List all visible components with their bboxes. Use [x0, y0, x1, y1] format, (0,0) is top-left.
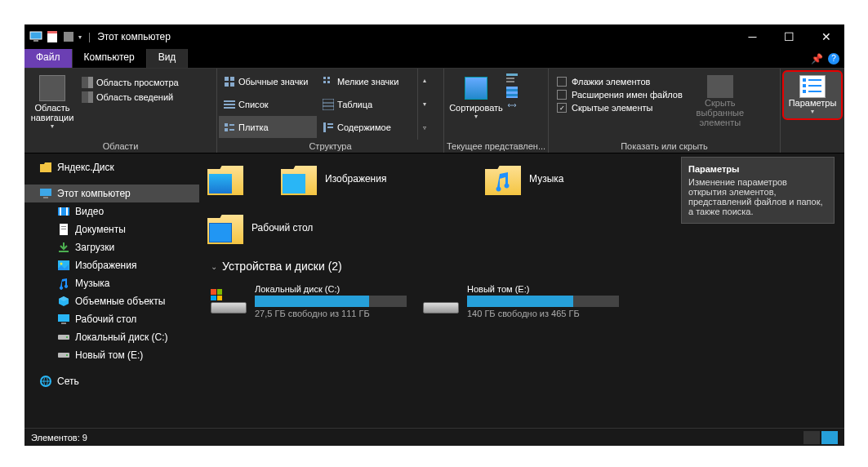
svg-rect-17 — [224, 100, 235, 102]
tab-view[interactable]: Вид — [147, 49, 189, 68]
tree-3d-objects[interactable]: Объемные объекты — [24, 292, 199, 310]
details-pane-icon — [82, 91, 93, 103]
svg-rect-36 — [60, 207, 61, 216]
layout-tiles[interactable]: Плитка — [219, 116, 317, 138]
drive-name: Новый том (E:) — [467, 284, 619, 294]
layout-regular-icons[interactable]: Обычные значки — [219, 70, 317, 92]
disk-icon — [57, 331, 70, 344]
hide-selected-button[interactable]: Скрыть выбранные элементы — [688, 72, 753, 136]
tab-file[interactable]: Файл — [24, 49, 73, 68]
qat-dropdown[interactable]: ▾ — [78, 33, 82, 41]
minimize-button[interactable]: ─ — [734, 24, 771, 49]
size-columns-button[interactable] — [506, 100, 518, 111]
downloads-icon — [57, 241, 70, 254]
tree-yandex-disk[interactable]: Яндекс.Диск — [24, 158, 199, 176]
tree-network[interactable]: Сеть — [24, 372, 199, 390]
svg-rect-33 — [40, 189, 51, 196]
maximize-button[interactable]: ☐ — [771, 24, 808, 49]
drive-free-text: 140 ГБ свободно из 465 ГБ — [467, 309, 619, 318]
network-icon — [39, 375, 52, 388]
svg-rect-47 — [66, 336, 68, 338]
folder-tile-music[interactable]: Музыка — [485, 158, 673, 199]
tree-videos[interactable]: Видео — [24, 202, 199, 220]
layout-scroller: ▴ ▾ ▿ — [417, 69, 430, 140]
folder-tile-pictures[interactable]: Изображения — [281, 158, 469, 199]
properties-icon[interactable] — [46, 30, 59, 43]
layout-list[interactable]: Список — [219, 93, 317, 115]
tree-this-pc[interactable]: Этот компьютер — [24, 185, 199, 202]
svg-rect-23 — [225, 123, 228, 127]
tiles-view-button[interactable] — [821, 431, 838, 444]
nav-tree[interactable]: Яндекс.Диск Этот компьютер Видео Докумен… — [24, 153, 199, 428]
hide-selected-label: Скрыть выбранные элементы — [688, 98, 753, 127]
tree-music[interactable]: Музыка — [24, 274, 199, 292]
layout-more[interactable]: ▿ — [418, 116, 430, 140]
window-title: Этот компьютер — [97, 31, 171, 42]
content-pane[interactable]: Изображения Музыка Об Рабочий стол ⌄ Уст… — [199, 153, 844, 428]
folder-tile-desktop[interactable]: Рабочий стол — [207, 207, 395, 248]
chevron-down-icon: ▾ — [811, 108, 814, 115]
preview-pane-toggle[interactable]: Область просмотра — [82, 77, 179, 88]
drive-usage-bar — [255, 296, 407, 307]
group-by-button[interactable] — [506, 73, 518, 85]
videos-icon — [57, 205, 70, 218]
help-icon[interactable]: ? — [828, 53, 839, 64]
svg-rect-12 — [230, 82, 234, 87]
add-columns-button[interactable] — [506, 87, 518, 98]
close-button[interactable]: ✕ — [808, 24, 844, 49]
tree-downloads[interactable]: Загрузки — [24, 238, 199, 256]
svg-rect-19 — [224, 107, 235, 109]
checkbox-icon — [557, 77, 567, 87]
svg-rect-15 — [323, 81, 326, 83]
svg-rect-8 — [88, 91, 93, 103]
qat-icon[interactable] — [62, 30, 75, 43]
file-ext-toggle[interactable]: Расширения имен файлов — [557, 90, 683, 100]
details-pane-toggle[interactable]: Область сведений — [82, 91, 179, 103]
pictures-icon — [57, 259, 70, 272]
svg-rect-4 — [64, 32, 73, 42]
folder-icon — [207, 162, 243, 195]
item-checkboxes-toggle[interactable]: Флажки элементов — [557, 77, 683, 87]
options-button[interactable]: Параметры ▾ — [782, 70, 843, 120]
drive-tile-e[interactable]: Новый том (E:) 140 ГБ свободно из 465 ГБ — [423, 284, 619, 318]
desktop-icon — [57, 313, 70, 326]
nav-pane-label: Область навигации — [28, 103, 77, 122]
chevron-down-icon: ⌄ — [211, 262, 217, 271]
drive-tile-c[interactable]: Локальный диск (C:) 27,5 ГБ свободно из … — [211, 284, 407, 318]
folder-tile[interactable] — [207, 158, 265, 199]
explorer-window: ▾ | Этот компьютер ─ ☐ ✕ Файл Компьютер … — [24, 24, 844, 446]
medium-icons-icon — [224, 76, 235, 87]
panes-group-label: Области — [24, 140, 216, 153]
layout-down[interactable]: ▾ — [418, 92, 430, 116]
sort-button[interactable]: Сортировать▾ — [447, 72, 505, 136]
layout-up[interactable]: ▴ — [418, 69, 430, 92]
music-icon — [57, 277, 70, 290]
preview-pane-icon — [82, 77, 93, 88]
svg-rect-18 — [224, 104, 235, 105]
tree-pictures[interactable]: Изображения — [24, 256, 199, 274]
pin-icon[interactable]: 📌 — [811, 53, 823, 64]
drive-icon — [211, 284, 247, 314]
chevron-down-icon: ▾ — [474, 113, 478, 120]
navigation-pane-button[interactable]: Область навигации ▾ — [28, 72, 77, 136]
tree-desktop[interactable]: Рабочий стол — [24, 310, 199, 328]
layout-table[interactable]: Таблица — [318, 93, 416, 115]
svg-rect-10 — [230, 77, 234, 81]
layout-small-icons[interactable]: Мелкие значки — [318, 70, 416, 92]
window-controls: ─ ☐ ✕ — [734, 24, 844, 49]
svg-rect-26 — [229, 129, 234, 131]
svg-rect-40 — [61, 229, 66, 229]
tree-volume-e[interactable]: Новый том (E:) — [24, 346, 199, 364]
devices-section-header[interactable]: ⌄ Устройства и диски (2) — [199, 253, 844, 279]
show-hide-group-label: Показать или скрыть — [549, 140, 780, 153]
svg-rect-6 — [88, 77, 93, 88]
tab-computer[interactable]: Компьютер — [73, 49, 147, 68]
hidden-items-toggle[interactable]: ✓Скрытые элементы — [557, 103, 683, 113]
details-view-button[interactable] — [803, 431, 820, 444]
columns-icon — [506, 87, 518, 98]
disk-icon — [57, 349, 70, 362]
svg-rect-44 — [58, 314, 69, 322]
tree-documents[interactable]: Документы — [24, 220, 199, 238]
layout-content[interactable]: Содержимое — [318, 116, 416, 138]
tree-local-disk-c[interactable]: Локальный диск (C:) — [24, 328, 199, 346]
